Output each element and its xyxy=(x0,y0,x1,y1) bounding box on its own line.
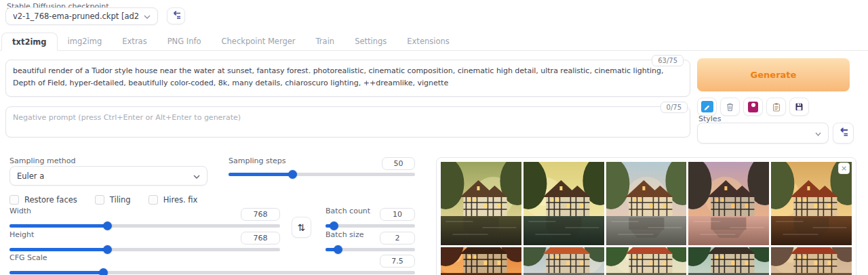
batch-size-slider[interactable] xyxy=(326,245,415,254)
prompt-token-counter: 63/75 xyxy=(652,55,684,66)
cfg-scale-slider-thumb[interactable] xyxy=(99,268,108,275)
batch-count-slider[interactable] xyxy=(326,221,415,230)
sampling-steps-slider[interactable] xyxy=(229,170,415,179)
checkbox-box[interactable] xyxy=(149,195,158,205)
negative-prompt-area: 0/75 xyxy=(5,106,690,138)
prompt-input[interactable]: beautiful render of a Tudor style house … xyxy=(5,60,690,97)
tabs: txt2imgimg2imgExtrasPNG InfoCheckpoint M… xyxy=(0,33,868,51)
gallery-image[interactable] xyxy=(606,247,687,275)
refresh-icon xyxy=(171,9,182,22)
slider-fill xyxy=(229,173,292,176)
checkbox-hires-fix[interactable]: Hires. fix xyxy=(149,195,198,205)
tab-txt2img[interactable]: txt2img xyxy=(1,33,58,51)
height-slider-thumb[interactable] xyxy=(103,245,112,254)
tab-extras[interactable]: Extras xyxy=(112,33,157,50)
slider-track[interactable] xyxy=(326,224,415,228)
height-label: Height xyxy=(9,230,34,239)
width-label: Width xyxy=(9,207,31,215)
styles-dropdown[interactable] xyxy=(697,123,829,144)
gallery-image[interactable] xyxy=(688,247,769,275)
cfg-scale-slider[interactable] xyxy=(9,268,415,275)
apply-styles-button[interactable] xyxy=(766,98,786,116)
checkbox-restore-faces[interactable]: Restore faces xyxy=(9,195,77,205)
sampling-steps-slider-thumb[interactable] xyxy=(288,170,297,179)
tab-png-info[interactable]: PNG Info xyxy=(157,33,212,50)
generated-image-thumbnail xyxy=(771,247,852,275)
slider-track[interactable] xyxy=(229,173,415,176)
tab-extensions[interactable]: Extensions xyxy=(397,33,459,50)
slider-fill xyxy=(9,271,103,274)
chevron-down-icon xyxy=(144,12,151,21)
slider-track[interactable] xyxy=(9,224,280,228)
checkbox-label: Tiling xyxy=(110,195,131,205)
sampling-method-dropdown[interactable]: Euler a xyxy=(9,166,208,186)
prompt-area: beautiful render of a Tudor style house … xyxy=(5,60,690,97)
refresh-checkpoints-button[interactable] xyxy=(167,7,185,24)
sampling-steps-input[interactable] xyxy=(382,157,415,170)
negative-prompt-input[interactable] xyxy=(5,106,690,138)
gallery-grid xyxy=(441,162,852,275)
stable-diffusion-webui: Stable Diffusion checkpoint v2-1_768-ema… xyxy=(0,0,868,275)
gallery-image[interactable] xyxy=(441,247,521,275)
slider-track[interactable] xyxy=(9,248,280,251)
generated-image-thumbnail xyxy=(771,162,852,245)
checkbox-box[interactable] xyxy=(9,195,19,205)
chevron-down-icon xyxy=(815,129,821,138)
height-input[interactable] xyxy=(241,232,280,245)
paste-params-button[interactable] xyxy=(697,98,717,116)
batch-size-label: Batch size xyxy=(326,230,363,239)
generated-image-thumbnail xyxy=(688,162,769,245)
batch-count-slider-thumb[interactable] xyxy=(330,221,338,230)
gallery-image[interactable] xyxy=(524,247,604,275)
swap-dimensions-button[interactable]: ⇅ xyxy=(292,217,311,238)
slider-track[interactable] xyxy=(9,271,415,274)
width-slider-thumb[interactable] xyxy=(103,221,112,230)
palette-icon xyxy=(748,102,758,112)
gallery-image[interactable] xyxy=(441,162,521,245)
checkbox-label: Hires. fix xyxy=(163,195,198,205)
close-gallery-button[interactable]: × xyxy=(838,163,850,174)
checkbox-box[interactable] xyxy=(95,195,104,205)
tab-settings[interactable]: Settings xyxy=(344,33,397,50)
gallery-image[interactable] xyxy=(771,247,852,275)
batch-size-input[interactable] xyxy=(380,232,415,245)
slider-fill xyxy=(9,248,107,251)
output-gallery: × xyxy=(436,157,856,275)
checkpoint-value: v2-1_768-ema-pruned.ckpt [ad2a33c361] xyxy=(13,12,140,21)
gallery-image[interactable] xyxy=(688,162,769,245)
checkbox-label: Restore faces xyxy=(24,195,77,205)
refresh-icon xyxy=(837,127,849,140)
sampling-steps-label: Sampling steps xyxy=(229,156,286,165)
floppy-icon xyxy=(795,102,804,111)
tab-img2img[interactable]: img2img xyxy=(58,33,113,50)
tab-checkpoint-merger[interactable]: Checkpoint Merger xyxy=(212,33,306,50)
generated-image-thumbnail xyxy=(606,162,687,245)
generated-image-thumbnail xyxy=(688,247,769,275)
negative-prompt-token-counter: 0/75 xyxy=(660,102,688,113)
generated-image-thumbnail xyxy=(524,162,604,245)
checkpoint-dropdown[interactable]: v2-1_768-ema-pruned.ckpt [ad2a33c361] xyxy=(5,7,158,25)
checkbox-tiling[interactable]: Tiling xyxy=(95,195,131,205)
refresh-styles-button[interactable] xyxy=(833,123,854,144)
chevron-down-icon xyxy=(193,171,200,181)
generated-image-thumbnail xyxy=(441,162,521,245)
sampling-method-value: Euler a xyxy=(17,171,189,181)
batch-size-slider-thumb[interactable] xyxy=(334,245,342,254)
save-style-button[interactable] xyxy=(789,98,809,116)
height-slider[interactable] xyxy=(9,245,280,254)
clear-prompt-button[interactable] xyxy=(720,98,740,116)
width-slider[interactable] xyxy=(9,221,280,230)
gallery-image[interactable] xyxy=(606,162,687,245)
gallery-image[interactable] xyxy=(524,162,604,245)
batch-count-input[interactable] xyxy=(380,208,415,221)
generate-button[interactable]: Generate xyxy=(697,58,850,91)
generated-image-thumbnail xyxy=(524,247,604,275)
clipboard-icon xyxy=(772,102,781,112)
generated-image-thumbnail xyxy=(441,247,521,275)
cfg-scale-input[interactable] xyxy=(380,255,415,268)
tab-train[interactable]: Train xyxy=(306,33,345,50)
gallery-image[interactable] xyxy=(771,162,852,245)
slider-fill xyxy=(9,224,107,228)
width-input[interactable] xyxy=(241,208,280,221)
extra-networks-button[interactable] xyxy=(743,98,763,116)
